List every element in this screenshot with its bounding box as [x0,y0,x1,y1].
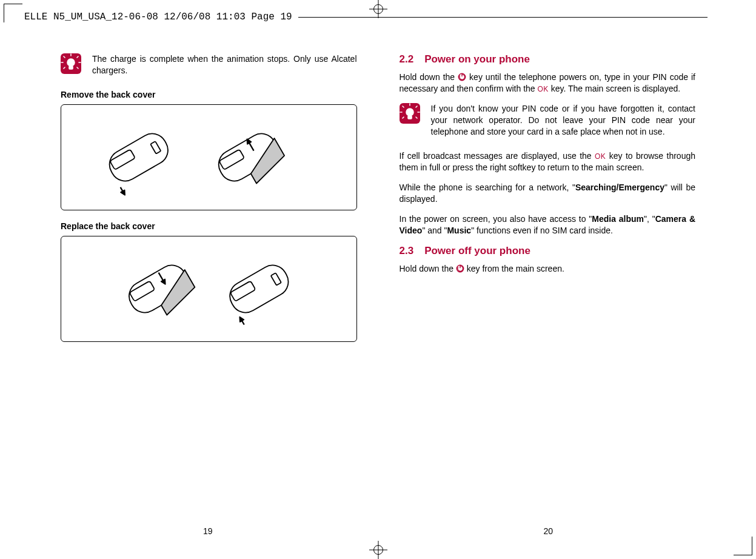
registration-mark [369,541,387,559]
bold-text: Music [447,226,471,235]
bold-text: Searching/Emergency [575,182,664,192]
text: While the phone is searching for a netwo… [400,182,575,192]
svg-point-0 [67,59,75,66]
svg-line-3 [77,56,78,58]
svg-marker-12 [121,190,127,196]
svg-line-35 [403,117,404,118]
replace-back-cover-figure [61,236,357,342]
page-number-right: 20 [543,526,553,536]
cell-broadcast-paragraph: If cell broadcast messages are displayed… [400,150,696,173]
svg-line-7 [77,67,78,69]
text: " and " [422,226,447,235]
section-number: 2.2 [400,53,414,65]
text: Hold down the [400,72,458,82]
power-off-paragraph: Hold down the key from the main screen. [400,263,696,275]
text: ", " [644,214,655,224]
crop-mark [734,537,752,555]
page-number-left: 19 [203,526,213,536]
svg-line-30 [416,106,417,107]
lightbulb-icon [61,53,81,74]
header-rule [298,17,707,18]
text: key. The main screen is displayed. [551,84,680,93]
svg-rect-21 [224,259,293,318]
section-title: Power on your phone [424,53,530,65]
bold-text: Media album [592,214,644,224]
power-on-screen-paragraph: In the power on screen, you also have ac… [400,213,696,236]
svg-line-31 [403,106,404,107]
power-key-icon [458,73,466,81]
ok-key-label: OK [538,85,549,93]
section-number: 2.3 [400,245,414,256]
section-2-3-heading: 2.3Power off your phone [400,245,696,257]
svg-point-27 [406,109,413,116]
crop-mark [4,4,22,22]
lightbulb-icon [400,103,420,124]
left-page: The charge is complete when the animatio… [61,53,357,517]
ok-key-label: OK [595,152,606,161]
tip-text: The charge is complete when the animatio… [92,53,357,76]
svg-rect-1 [69,66,73,69]
power-on-paragraph: Hold down the key until the telephone po… [400,72,696,95]
tip-text: If you don't know your PIN code or if yo… [431,103,696,138]
svg-line-4 [64,56,65,58]
svg-line-8 [64,67,65,69]
text: If cell broadcast messages are displayed… [400,151,595,161]
text: Hold down the [400,264,456,273]
replace-back-cover-heading: Replace the back cover [61,221,357,231]
right-page: 2.2Power on your phone Hold down the key… [400,53,696,517]
power-key-icon [456,264,464,273]
svg-line-34 [416,117,417,118]
remove-back-cover-figure [61,104,357,210]
svg-marker-24 [238,316,244,322]
print-header-slug: ELLE N5_UM_USA_12-06-08 12/06/08 11:03 P… [24,12,292,22]
svg-rect-28 [408,116,412,119]
text: " functions even if no SIM card inside. [471,226,613,235]
text: key from the main screen. [467,264,564,273]
text: In the power on screen, you also have ac… [400,214,592,224]
searching-paragraph: While the phone is searching for a netwo… [400,182,696,205]
section-title: Power off your phone [424,245,530,256]
remove-back-cover-heading: Remove the back cover [61,90,357,99]
section-2-2-heading: 2.2Power on your phone [400,53,696,65]
